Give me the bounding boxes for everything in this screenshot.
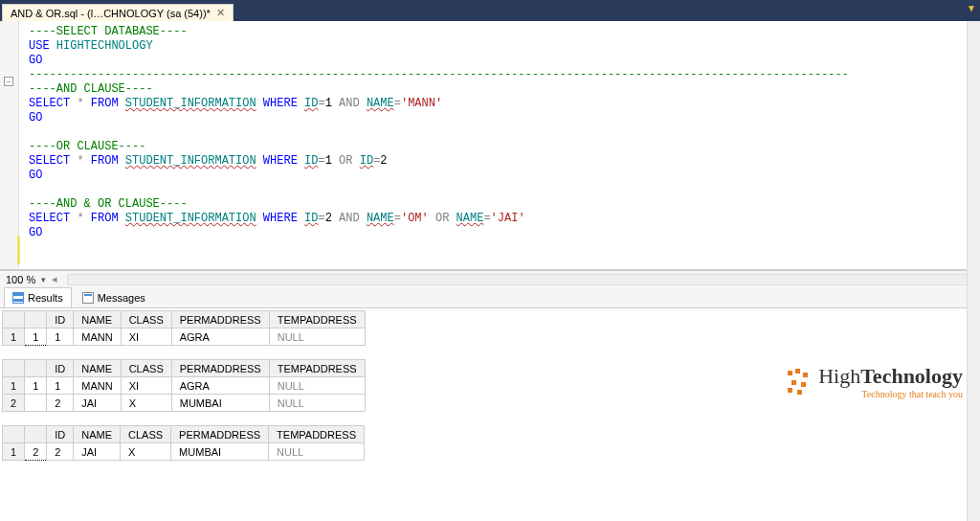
pane-tabs: Results Messages bbox=[0, 287, 980, 308]
tab-messages[interactable]: Messages bbox=[74, 287, 154, 307]
col-header[interactable]: NAME bbox=[74, 360, 121, 377]
result-grid[interactable]: IDNAMECLASSPERMADDRESSTEMPADDRESS111MANN… bbox=[2, 310, 366, 346]
close-icon[interactable]: ✕ bbox=[216, 7, 225, 19]
results-pane: Results Messages IDNAMECLASSPERMADDRESST… bbox=[0, 287, 980, 521]
zoom-level[interactable]: 100 % bbox=[6, 274, 35, 285]
chevron-down-icon[interactable]: ▾ bbox=[41, 275, 46, 284]
results-grids[interactable]: IDNAMECLASSPERMADDRESSTEMPADDRESS111MANN… bbox=[0, 308, 980, 521]
hscrollbar[interactable] bbox=[67, 274, 974, 285]
fold-icon[interactable]: – bbox=[4, 77, 13, 86]
col-header[interactable]: ID bbox=[47, 360, 74, 377]
col-header[interactable]: NAME bbox=[74, 426, 121, 443]
col-header[interactable]: ID bbox=[47, 311, 74, 328]
hscroll-left[interactable]: ◂ bbox=[52, 273, 57, 285]
col-header[interactable]: TEMPADDRESS bbox=[269, 426, 365, 443]
watermark: HighTechnology Technology that teach you bbox=[786, 364, 963, 399]
result-grid[interactable]: IDNAMECLASSPERMADDRESSTEMPADDRESS111MANN… bbox=[2, 359, 366, 412]
col-header[interactable]: PERMADDRESS bbox=[171, 360, 269, 377]
table-row[interactable]: 111MANNXIAGRANULL bbox=[3, 328, 366, 346]
wm-sub: Technology that teach you bbox=[818, 389, 963, 399]
col-header[interactable]: CLASS bbox=[121, 311, 171, 328]
table-row[interactable]: 111MANNXIAGRANULL bbox=[3, 377, 366, 395]
result-grid[interactable]: IDNAMECLASSPERMADDRESSTEMPADDRESS122JAIX… bbox=[2, 425, 365, 461]
messages-icon bbox=[82, 292, 94, 304]
tab-results[interactable]: Results bbox=[4, 287, 72, 307]
vscrollbar[interactable] bbox=[967, 21, 980, 521]
change-marker bbox=[17, 236, 20, 264]
col-header[interactable]: PERMADDRESS bbox=[171, 311, 269, 328]
col-header[interactable]: CLASS bbox=[121, 360, 171, 377]
table-row[interactable]: 22JAIXMUMBAINULL bbox=[3, 395, 366, 412]
grid-icon bbox=[12, 292, 24, 304]
col-header[interactable]: ID bbox=[47, 426, 74, 443]
zoom-bar: 100 % ▾ ◂ bbox=[0, 270, 980, 287]
col-header[interactable]: PERMADDRESS bbox=[171, 426, 269, 443]
col-header[interactable]: TEMPADDRESS bbox=[269, 311, 365, 328]
tab-bar: AND & OR.sql - (l…CHNOLOGY (sa (54))* ✕ … bbox=[0, 0, 980, 21]
tab-messages-label: Messages bbox=[98, 292, 145, 304]
wm-main1: High bbox=[818, 364, 860, 388]
col-header[interactable]: TEMPADDRESS bbox=[269, 360, 365, 377]
logo-icon bbox=[786, 369, 813, 396]
col-header[interactable]: NAME bbox=[74, 311, 121, 328]
wm-main2: Technology bbox=[860, 364, 963, 388]
col-header[interactable]: CLASS bbox=[121, 426, 171, 443]
code-area[interactable]: ----SELECT DATABASE----USE HIGHTECHNOLOG… bbox=[19, 21, 980, 269]
editor[interactable]: – ----SELECT DATABASE----USE HIGHTECHNOL… bbox=[0, 21, 980, 270]
table-row[interactable]: 122JAIXMUMBAINULL bbox=[3, 443, 365, 461]
gutter: – bbox=[0, 21, 19, 269]
tab-results-label: Results bbox=[28, 292, 63, 304]
tab-overflow-icon[interactable]: ▼ bbox=[967, 3, 976, 13]
file-tab[interactable]: AND & OR.sql - (l…CHNOLOGY (sa (54))* ✕ bbox=[2, 4, 234, 21]
tab-title: AND & OR.sql - (l…CHNOLOGY (sa (54))* bbox=[11, 8, 211, 19]
